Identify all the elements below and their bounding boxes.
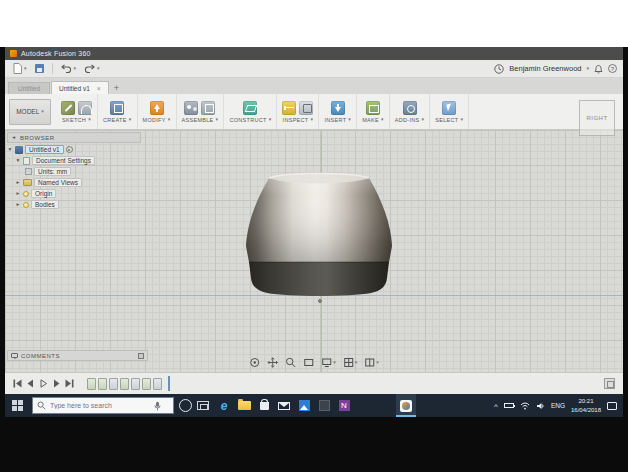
orbit-button[interactable] (249, 357, 260, 368)
timeline-feature[interactable] (153, 378, 162, 390)
mail-app-button[interactable] (274, 394, 294, 417)
fit-button[interactable] (303, 357, 314, 368)
language-indicator[interactable]: ENG (551, 402, 565, 409)
zoom-button[interactable] (285, 357, 296, 368)
scripts-addins-icon[interactable] (403, 101, 417, 115)
play-button[interactable] (39, 379, 48, 388)
help-button[interactable]: ? (608, 64, 617, 73)
browser-panel-header[interactable]: ◂ BROWSER (7, 132, 141, 143)
timeline-feature[interactable] (109, 378, 118, 390)
task-view-button[interactable] (197, 401, 209, 410)
speaker-icon[interactable] (536, 402, 545, 410)
tree-row-named-views[interactable]: ▸ Named Views (15, 177, 141, 188)
action-center-icon[interactable] (607, 402, 617, 410)
tree-row-document-settings[interactable]: ▾ Document Settings (15, 155, 141, 166)
tree-item-label[interactable]: Named Views (34, 178, 82, 187)
ribbon-group-inspect[interactable]: INSPECT▾ (277, 94, 319, 129)
tree-item-label[interactable]: Untitled v1 (25, 145, 64, 154)
cortana-button[interactable] (179, 399, 192, 412)
visibility-bulb-icon[interactable] (23, 191, 29, 197)
save-button[interactable] (33, 62, 46, 76)
fusion-360-app-button-active[interactable] (396, 394, 416, 417)
tree-row-root[interactable]: ▾ Untitled v1 (7, 144, 141, 155)
ribbon-group-modify[interactable]: MODIFY▾ (138, 94, 177, 129)
tree-row-bodies[interactable]: ▸ Bodies (15, 199, 141, 210)
expand-caret-icon[interactable]: ▾ (15, 158, 21, 164)
battery-icon[interactable] (504, 403, 514, 408)
ribbon-group-assemble[interactable]: ASSEMBLE▾ (177, 94, 225, 129)
data-panel-tab[interactable]: Untitled (8, 82, 50, 94)
sketch-arc-icon[interactable] (78, 101, 92, 115)
file-menu-button[interactable]: ▾ (11, 62, 29, 76)
notifications-bell-icon[interactable] (594, 64, 603, 74)
3d-print-icon[interactable] (366, 101, 380, 115)
tree-item-label[interactable]: Units: mm (34, 167, 71, 176)
timeline-feature[interactable] (142, 378, 151, 390)
timeline-options-icon[interactable] (604, 378, 615, 389)
pan-button[interactable] (267, 357, 278, 368)
ribbon-group-select[interactable]: SELECT▾ (430, 94, 469, 129)
skip-to-start-button[interactable] (13, 379, 22, 388)
view-cube[interactable]: RIGHT (579, 100, 615, 136)
taskbar-search[interactable] (32, 397, 174, 414)
store-app-button[interactable] (254, 394, 274, 417)
timeline-feature[interactable] (98, 378, 107, 390)
tree-item-label[interactable]: Origin (31, 189, 56, 198)
step-forward-button[interactable] (52, 379, 61, 388)
tree-item-label[interactable]: Bodies (31, 200, 59, 209)
new-tab-button[interactable]: + (110, 82, 123, 94)
comments-bar[interactable]: COMMENTS (7, 350, 148, 361)
grid-snap-button[interactable]: ▾ (343, 357, 358, 368)
redo-button[interactable]: ▾ (82, 62, 102, 76)
tray-expand-icon[interactable]: ^ (494, 403, 498, 411)
create-sketch-icon[interactable] (61, 101, 75, 115)
close-tab-icon[interactable]: × (97, 85, 101, 92)
visibility-bulb-icon[interactable] (23, 202, 29, 208)
timeline-feature[interactable] (87, 378, 96, 390)
ribbon-group-addins[interactable]: ADD-INS▾ (390, 94, 431, 129)
microphone-icon[interactable] (154, 401, 161, 411)
create-form-icon[interactable] (110, 101, 124, 115)
press-pull-icon[interactable] (150, 101, 164, 115)
collapse-panel-icon[interactable]: ◂ (11, 135, 17, 141)
photos-app-button[interactable] (294, 394, 314, 417)
onenote-app-button[interactable]: N (334, 394, 354, 417)
skip-to-end-button[interactable] (65, 379, 74, 388)
job-status-icon[interactable] (494, 64, 504, 74)
ribbon-group-make[interactable]: MAKE▾ (357, 94, 390, 129)
tree-row-origin[interactable]: ▸ Origin (15, 188, 141, 199)
collapsed-caret-icon[interactable]: ▸ (15, 180, 21, 186)
app-button[interactable] (314, 394, 334, 417)
search-input[interactable] (50, 402, 150, 409)
timeline-feature[interactable] (131, 378, 140, 390)
start-button[interactable] (7, 394, 27, 417)
collapsed-caret-icon[interactable]: ▸ (15, 191, 21, 197)
expand-caret-icon[interactable]: ▾ (7, 147, 13, 153)
ribbon-group-construct[interactable]: CONSTRUCT▾ (224, 94, 277, 129)
step-back-button[interactable] (26, 379, 35, 388)
3d-model-body[interactable] (239, 166, 399, 306)
user-account-button[interactable]: Benjamin Greenwood (509, 64, 581, 73)
viewports-button[interactable]: ▾ (364, 357, 379, 368)
joint-icon[interactable] (184, 101, 198, 115)
measure-icon[interactable] (282, 101, 296, 115)
clock[interactable]: 20:21 16/04/2018 (571, 397, 601, 413)
tree-row-units[interactable]: Units: mm (25, 166, 141, 177)
display-settings-button[interactable]: ▾ (321, 357, 336, 368)
workspace-selector[interactable]: MODEL ▾ (9, 99, 51, 125)
file-explorer-app-button[interactable] (234, 394, 254, 417)
comments-options-icon[interactable] (138, 353, 144, 359)
insert-icon[interactable] (331, 101, 345, 115)
ribbon-group-sketch[interactable]: SKETCH▾ (56, 94, 98, 129)
edge-app-button[interactable]: e (214, 394, 234, 417)
document-tab-active[interactable]: Untitled v1 × (51, 81, 109, 94)
collapsed-caret-icon[interactable]: ▸ (15, 202, 21, 208)
tree-item-label[interactable]: Document Settings (32, 156, 95, 165)
wifi-icon[interactable] (520, 402, 530, 410)
select-cursor-icon[interactable] (442, 101, 456, 115)
ribbon-group-create[interactable]: CREATE▾ (98, 94, 138, 129)
timeline-feature[interactable] (120, 378, 129, 390)
viewport-canvas[interactable]: ◂ BROWSER ▾ Untitled v1 ▾ (5, 130, 623, 372)
ribbon-group-insert[interactable]: INSERT▾ (319, 94, 357, 129)
undo-button[interactable]: ▾ (59, 62, 79, 76)
